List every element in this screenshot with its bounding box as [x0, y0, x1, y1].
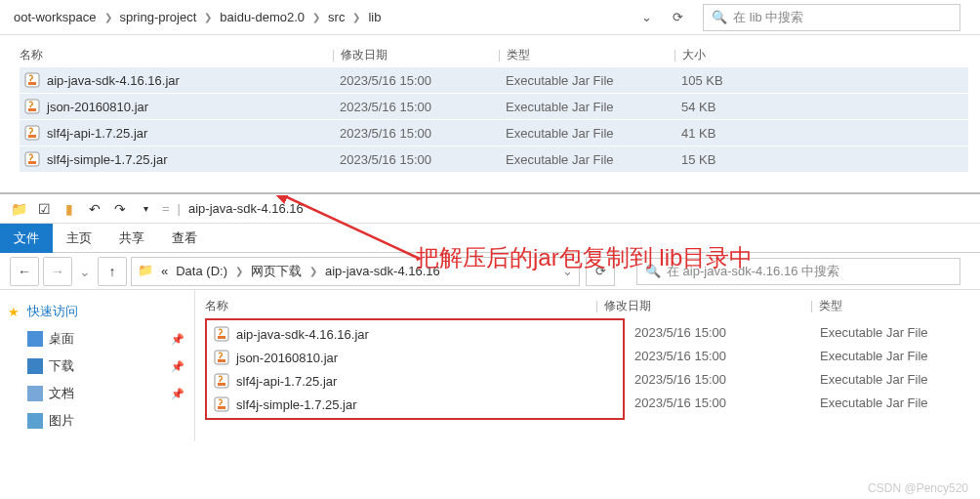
sidebar-item-desktop[interactable]: 桌面 📌	[0, 325, 194, 353]
search-input[interactable]: 🔍 在 lib 中搜索	[703, 4, 960, 31]
chevron-right-icon: ❯	[104, 12, 112, 22]
file-list-area: 名称 |修改日期 |类型 |大小 aip-java-sdk-4.16.16.ja…	[0, 35, 980, 183]
pin-icon: 📌	[171, 333, 184, 346]
undo-icon[interactable]: ↶	[86, 200, 103, 218]
chevron-right-icon: ❯	[204, 12, 212, 22]
tab-home[interactable]: 主页	[53, 224, 105, 253]
checkbox-icon[interactable]: ☑	[35, 200, 53, 218]
folder-small-icon[interactable]: ▮	[61, 200, 78, 218]
file-row-meta: 2023/5/16 15:00 Executable Jar File	[625, 320, 928, 344]
sidebar-item-documents[interactable]: 文档 📌	[0, 380, 194, 407]
svg-rect-3	[28, 108, 36, 111]
crumb-2[interactable]: baidu-demo2.0	[212, 10, 312, 24]
file-name: json-20160810.jar	[236, 351, 338, 365]
crumb2-0[interactable]: Data (D:)	[168, 264, 235, 278]
chevron-right-icon: ❯	[352, 12, 360, 22]
file-row[interactable]: json-20160810.jar	[209, 346, 621, 369]
title-bar: 📁 ☑ ▮ ↶ ↷ ▾ = | aip-java-sdk-4.16.16	[0, 194, 980, 224]
crumb-1[interactable]: spring-project	[112, 10, 205, 24]
jar-file-icon	[213, 395, 230, 413]
column-headers-2: 名称 |修改日期 |类型	[205, 294, 980, 318]
sidebar-item-label: 文档	[49, 385, 74, 402]
svg-rect-11	[218, 359, 225, 362]
jar-file-icon	[213, 372, 230, 390]
picture-icon	[27, 413, 43, 429]
sidebar-item-downloads[interactable]: 下载 📌	[0, 353, 194, 380]
pin-icon: 📌	[171, 360, 184, 373]
file-date: 2023/5/16 15:00	[625, 349, 820, 363]
crumb-4[interactable]: lib	[360, 10, 388, 24]
tab-file[interactable]: 文件	[0, 224, 53, 253]
crumb-0[interactable]: oot-workspace	[6, 10, 104, 24]
svg-rect-1	[28, 82, 36, 85]
download-icon	[27, 358, 43, 374]
file-type: Executable Jar File	[820, 395, 928, 410]
breadcrumb-bar: oot-workspace❯ spring-project❯ baidu-dem…	[0, 0, 980, 35]
col-type-2[interactable]: 类型	[819, 299, 842, 312]
window-title: aip-java-sdk-4.16.16	[184, 201, 304, 216]
file-type: Executable Jar File	[506, 152, 681, 167]
sidebar-item-quick-access[interactable]: ★ 快速访问	[0, 298, 194, 325]
second-window: 📁 ☑ ▮ ↶ ↷ ▾ = | aip-java-sdk-4.16.16 文件 …	[0, 192, 980, 441]
file-row[interactable]: json-20160810.jar 2023/5/16 15:00 Execut…	[20, 94, 968, 119]
col-date-2[interactable]: 修改日期	[604, 299, 651, 312]
chevron-right-icon: ❯	[312, 12, 320, 22]
crumb2-1[interactable]: 网页下载	[243, 263, 309, 280]
file-date: 2023/5/16 15:00	[340, 126, 506, 141]
svg-rect-15	[218, 406, 225, 409]
file-row-meta: 2023/5/16 15:00 Executable Jar File	[625, 367, 928, 391]
col-name[interactable]: 名称	[20, 47, 332, 63]
file-row[interactable]: slf4j-api-1.7.25.jar 2023/5/16 15:00 Exe…	[20, 120, 968, 146]
sidebar-item-label: 快速访问	[27, 303, 78, 320]
file-row[interactable]: aip-java-sdk-4.16.16.jar 2023/5/16 15:00…	[20, 67, 968, 93]
svg-rect-13	[218, 383, 225, 386]
file-name: aip-java-sdk-4.16.16.jar	[47, 73, 340, 88]
col-date[interactable]: 修改日期	[341, 48, 388, 62]
jar-file-icon	[23, 124, 41, 142]
search-placeholder: 在 lib 中搜索	[733, 9, 803, 26]
sidebar-item-label: 下载	[49, 357, 74, 375]
jar-file-icon	[23, 71, 41, 89]
sidebar-item-pictures[interactable]: 图片	[0, 407, 194, 435]
watermark: CSDN @Pency520	[868, 481, 968, 495]
crumb-3[interactable]: src	[320, 10, 352, 24]
folder-icon: 📁	[10, 200, 27, 218]
jar-file-icon	[213, 325, 230, 343]
file-type: Executable Jar File	[820, 349, 928, 363]
tab-view[interactable]: 查看	[158, 224, 211, 253]
file-type: Executable Jar File	[506, 126, 681, 141]
col-name-2[interactable]: 名称	[205, 298, 595, 314]
file-name: slf4j-simple-1.7.25.jar	[236, 397, 357, 412]
search-icon: 🔍	[712, 10, 727, 24]
pin-icon: 📌	[171, 388, 184, 400]
star-icon: ★	[8, 305, 20, 319]
forward-button[interactable]: →	[43, 257, 72, 286]
dropdown-icon[interactable]: ▾	[137, 200, 154, 218]
file-list-area-2: 名称 |修改日期 |类型 aip-java-sdk-4.16.16.jar js…	[195, 290, 980, 441]
file-row[interactable]: slf4j-api-1.7.25.jar	[209, 369, 621, 393]
col-type[interactable]: 类型	[507, 48, 530, 62]
up-button[interactable]: ↑	[98, 257, 127, 286]
file-type: Executable Jar File	[506, 73, 681, 88]
file-row[interactable]: slf4j-simple-1.7.25.jar 2023/5/16 15:00 …	[20, 146, 968, 172]
dropdown-icon[interactable]: ⌄	[633, 4, 660, 31]
svg-rect-5	[28, 135, 36, 138]
column-headers: 名称 |修改日期 |类型 |大小	[20, 41, 968, 67]
file-size: 15 KB	[681, 152, 779, 167]
crumb-prefix: «	[161, 264, 168, 278]
col-size[interactable]: 大小	[682, 48, 706, 62]
recent-dropdown[interactable]: ⌄	[76, 257, 94, 286]
file-row[interactable]: aip-java-sdk-4.16.16.jar	[209, 322, 621, 346]
file-row-meta: 2023/5/16 15:00 Executable Jar File	[625, 344, 928, 367]
file-date: 2023/5/16 15:00	[340, 100, 506, 114]
jar-file-icon	[23, 98, 41, 115]
file-name: slf4j-api-1.7.25.jar	[236, 374, 337, 389]
file-date: 2023/5/16 15:00	[625, 395, 820, 410]
refresh-button[interactable]: ⟳	[664, 4, 691, 31]
file-date: 2023/5/16 15:00	[340, 152, 506, 167]
redo-icon[interactable]: ↷	[111, 200, 129, 218]
annotation-text: 把解压后的jar包复制到 lib目录中	[416, 242, 753, 273]
tab-share[interactable]: 共享	[105, 224, 158, 253]
back-button[interactable]: ←	[10, 257, 39, 286]
file-row[interactable]: slf4j-simple-1.7.25.jar	[209, 393, 621, 416]
